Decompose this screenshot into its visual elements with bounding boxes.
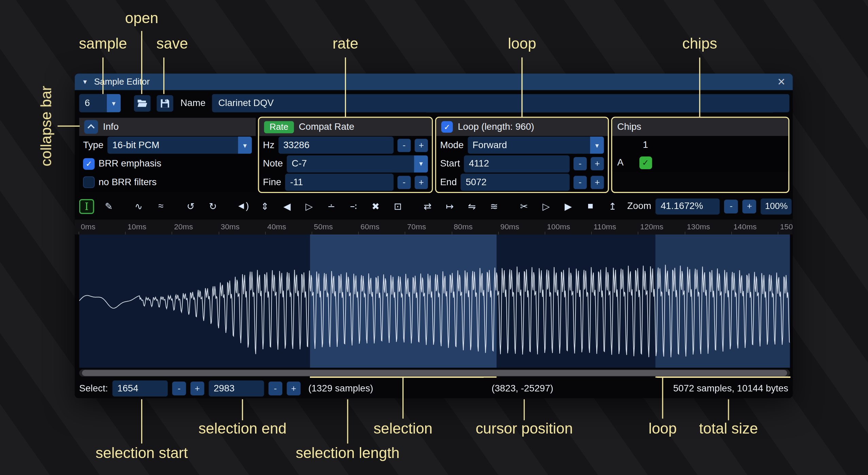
fine-minus-button[interactable]: -	[398, 176, 411, 189]
zoom-out-button[interactable]: -	[724, 199, 738, 213]
selection-end-input[interactable]: 2983	[209, 381, 264, 397]
loop-end-plus-button[interactable]: +	[591, 176, 604, 189]
ruler-label: 80ms	[454, 222, 473, 231]
rate-badge[interactable]: Rate	[264, 121, 294, 133]
name-input[interactable]: Clarinet DQV	[212, 94, 789, 112]
selection-start-input[interactable]: 1654	[112, 381, 168, 397]
fine-input[interactable]: -11	[285, 174, 394, 191]
chevron-down-icon[interactable]: ▼	[107, 94, 121, 112]
chevron-up-icon	[87, 124, 95, 131]
horizontal-scrollbar[interactable]	[79, 369, 790, 376]
selection-length-text: (1329 samples)	[308, 383, 373, 394]
ruler-label: 40ms	[267, 222, 286, 231]
titlebar[interactable]: ▼ Sample Editor ✕	[75, 73, 793, 90]
ruler-label: 100ms	[547, 222, 570, 231]
window-collapse-icon[interactable]: ▼	[82, 78, 88, 85]
annotation-line-loop-stem	[662, 378, 663, 419]
annotation-line-chips	[699, 57, 700, 117]
annotation-line-collapse-bar	[57, 125, 80, 126]
amplify-button[interactable]: ◄)	[235, 199, 250, 214]
ruler-label: 30ms	[221, 222, 240, 231]
invert-button[interactable]: ▷	[302, 199, 317, 214]
cursor-position-text: (3823, -25297)	[491, 383, 553, 394]
resample-button[interactable]: ∿	[131, 199, 146, 214]
annotation-line-open	[141, 31, 142, 94]
fade-in-button[interactable]: ∸	[324, 199, 339, 214]
ruler-label: 50ms	[314, 222, 333, 231]
open-button[interactable]	[134, 95, 151, 111]
loop-header[interactable]: ✓ Loop (length: 960)	[436, 118, 608, 136]
chevron-down-icon[interactable]: ▼	[238, 137, 252, 154]
ruler-tick	[498, 232, 499, 234]
chevron-down-icon[interactable]: ▼	[414, 155, 428, 172]
hz-input[interactable]: 33286	[278, 137, 394, 154]
note-select[interactable]: C-7 ▼	[287, 155, 428, 172]
create-wavetable-button[interactable]: ≈	[153, 199, 168, 214]
ruler-tick	[79, 232, 79, 234]
zoom-label: Zoom	[627, 201, 651, 212]
insert-button[interactable]: ↦	[442, 199, 457, 214]
screenshot-stage: ▼ Sample Editor ✕ 6 ▼	[0, 0, 868, 475]
save-button[interactable]	[157, 95, 173, 111]
draw-tool-button[interactable]: ✎	[101, 199, 116, 214]
selection-start-minus-button[interactable]: -	[172, 382, 186, 395]
undo-button[interactable]: ↺	[183, 199, 198, 214]
type-select[interactable]: 16-bit PCM ▼	[107, 137, 252, 154]
stop-button[interactable]: ■	[583, 199, 598, 214]
collapse-bar-button[interactable]	[84, 120, 98, 134]
stretch-button[interactable]: ≋	[487, 199, 502, 214]
fine-label: Fine	[263, 177, 281, 188]
sample-row: 6 ▼ Name Clarinet DQV	[79, 94, 789, 112]
ruler-label: 110ms	[594, 222, 616, 231]
info-header[interactable]: Info	[79, 118, 256, 136]
chips-header-label: Chips	[617, 121, 641, 133]
play-button[interactable]: ▶	[561, 199, 576, 214]
loop-end-input[interactable]: 5072	[461, 174, 570, 191]
zoom-input[interactable]: 41.1672%	[656, 198, 720, 214]
hz-minus-button[interactable]: -	[398, 139, 411, 152]
ruler-label: 70ms	[407, 222, 426, 231]
sample-number-select[interactable]: 6 ▼	[79, 94, 121, 112]
note-label: Note	[263, 158, 283, 170]
loop-mode-select[interactable]: Forward ▼	[468, 137, 604, 154]
loop-start-plus-button[interactable]: +	[591, 157, 604, 171]
reverse-button[interactable]: ◀	[280, 199, 295, 214]
ruler-tick	[125, 232, 126, 234]
fade-out-button[interactable]: ∹	[346, 199, 361, 214]
waveform-view[interactable]	[79, 234, 790, 368]
zoom-reset-button[interactable]: 100%	[761, 198, 792, 214]
trim-button[interactable]: ⊡	[390, 199, 405, 214]
select-tool-button[interactable]: I	[79, 199, 94, 214]
ruler-label: 140ms	[733, 222, 756, 231]
ruler-label: 0ms	[81, 222, 96, 231]
play-selection-button[interactable]: ▷	[539, 199, 554, 214]
delete-button[interactable]: ✖	[368, 199, 383, 214]
loop-end-minus-button[interactable]: -	[573, 176, 587, 189]
selection-end-plus-button[interactable]: +	[287, 382, 301, 395]
spread-button[interactable]: ⇋	[465, 199, 480, 214]
chip-enable-checkbox[interactable]: ✓	[639, 156, 652, 169]
normalize-button[interactable]: ⇕	[257, 199, 272, 214]
brr-emphasis-checkbox[interactable]: ✓	[83, 158, 95, 170]
flip-button[interactable]: ⇄	[420, 199, 435, 214]
rate-header[interactable]: Rate Compat Rate	[259, 118, 432, 136]
import-button[interactable]: ↥	[605, 199, 620, 214]
chevron-down-icon[interactable]: ▼	[590, 137, 604, 154]
fine-plus-button[interactable]: +	[415, 176, 428, 189]
zoom-in-button[interactable]: +	[742, 199, 756, 213]
scrollbar-handle[interactable]	[82, 370, 787, 376]
no-brr-filters-checkbox[interactable]	[83, 177, 95, 188]
redo-button[interactable]: ↻	[205, 199, 220, 214]
annotation-selection-length: selection length	[296, 445, 399, 462]
loop-start-minus-button[interactable]: -	[573, 157, 587, 171]
close-icon[interactable]: ✕	[777, 76, 786, 88]
loop-start-input[interactable]: 4112	[464, 155, 570, 172]
selection-start-plus-button[interactable]: +	[190, 382, 204, 395]
ruler-label: 60ms	[361, 222, 380, 231]
chips-header: Chips	[612, 118, 788, 136]
selection-end-minus-button[interactable]: -	[268, 382, 282, 395]
cut-button[interactable]: ✂	[517, 199, 532, 214]
hz-plus-button[interactable]: +	[415, 139, 428, 152]
loop-checkbox[interactable]: ✓	[441, 121, 453, 133]
loop-end-label: End	[440, 177, 457, 188]
